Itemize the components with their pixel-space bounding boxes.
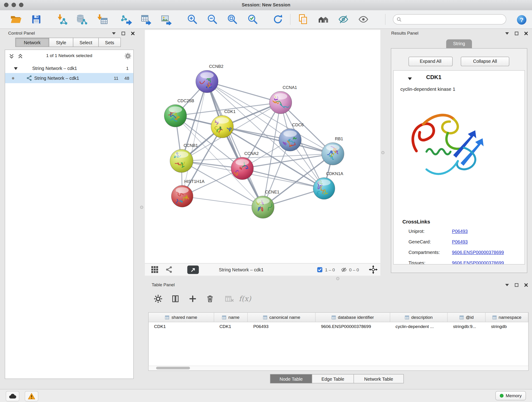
collapse-all-button[interactable]: Collapse All: [461, 57, 509, 66]
column-header-name[interactable]: name: [214, 313, 248, 322]
crosslink-value-link[interactable]: 9606.ENSP00000378699: [452, 247, 504, 258]
table-cell[interactable]: CDK1: [214, 322, 248, 331]
refresh-layout-button[interactable]: [272, 13, 284, 26]
close-panel-icon[interactable]: [130, 31, 135, 36]
column-header-namespace[interactable]: namespace: [486, 313, 528, 322]
clipboard-button[interactable]: [297, 13, 309, 26]
network-node-cdc6[interactable]: CDC6: [279, 122, 304, 151]
tab-node-table[interactable]: Node Table: [270, 374, 312, 383]
column-header-description[interactable]: description: [390, 313, 448, 322]
window-title: Session: New Session: [0, 0, 532, 10]
crosslink-value-link[interactable]: 9606.ENSP00000378699: [452, 258, 504, 264]
cloud-status-button[interactable]: [6, 391, 19, 401]
zoom-fit-button[interactable]: [226, 13, 239, 26]
import-network-from-database-button[interactable]: [76, 13, 88, 26]
help-button[interactable]: ?: [515, 13, 527, 26]
pan-crosshair-icon[interactable]: [369, 265, 378, 275]
collapse-gene-triangle-icon[interactable]: [408, 76, 412, 81]
collection-count: 1: [126, 66, 129, 71]
scrollbar-thumb[interactable]: [156, 367, 190, 370]
grid-view-icon[interactable]: [151, 266, 158, 274]
table-cell[interactable]: 9606.ENSP00000378699: [316, 322, 390, 331]
hidden-eye-slash-icon[interactable]: [340, 267, 347, 274]
expand-all-button[interactable]: Expand All: [409, 57, 453, 66]
warnings-button[interactable]: [25, 391, 38, 401]
table-cell[interactable]: stringdb:9...: [448, 322, 486, 331]
table-cell[interactable]: cyclin-dependent ...: [390, 322, 448, 331]
collapse-panel-icon[interactable]: [111, 31, 116, 36]
node-count: 11: [114, 76, 119, 81]
collapse-panel-icon[interactable]: [505, 283, 509, 287]
table-cell[interactable]: stringdb: [486, 322, 528, 331]
show-all-button[interactable]: [357, 13, 369, 26]
import-table-button[interactable]: [96, 13, 108, 26]
tab-edge-table[interactable]: Edge Table: [312, 374, 354, 383]
birdseye-view-icon[interactable]: [165, 266, 173, 274]
crosslink-value-link[interactable]: P06493: [452, 226, 468, 237]
hide-selected-button[interactable]: [337, 13, 349, 26]
zoom-in-button[interactable]: [186, 13, 198, 26]
column-icon: [405, 315, 409, 319]
column-header-canonical-name[interactable]: canonical name: [248, 313, 316, 322]
tab-sets[interactable]: Sets: [98, 38, 121, 47]
selected-nodes-checkbox[interactable]: [317, 267, 322, 272]
export-image-button[interactable]: [160, 13, 172, 26]
network-canvas[interactable]: CCNB2CCNA1CDC25BCDK1CDC6RB1CCNB1CCNA2CDK…: [145, 30, 380, 263]
open-in-new-window-button[interactable]: [187, 265, 199, 274]
network-node-ccna1[interactable]: CCNA1: [269, 85, 297, 114]
float-panel-icon[interactable]: [514, 31, 519, 36]
search-input[interactable]: [404, 17, 502, 22]
tab-network-table[interactable]: Network Table: [354, 374, 404, 383]
left-splitter-handle[interactable]: [140, 206, 143, 209]
column-header-shared-name[interactable]: shared name: [149, 313, 214, 322]
collection-expand-triangle-icon[interactable]: [14, 66, 18, 71]
tab-style[interactable]: Style: [49, 38, 73, 47]
delete-column-trash-icon[interactable]: [204, 293, 216, 305]
table-row[interactable]: CDK1CDK1P064939606.ENSP00000378699cyclin…: [149, 322, 528, 331]
tab-select[interactable]: Select: [73, 38, 99, 47]
horizontal-splitter-handle[interactable]: [336, 277, 339, 280]
network-node-hist1h1a[interactable]: HIST1H1A: [171, 179, 205, 207]
table-cell[interactable]: P06493: [248, 322, 316, 331]
table-cell[interactable]: CDK1: [149, 322, 214, 331]
edge-count: 48: [124, 76, 129, 81]
current-network-title: String Network – cdk1: [219, 264, 264, 276]
node-label: RB1: [335, 136, 343, 141]
tab-network[interactable]: Network: [15, 38, 49, 47]
zoom-selected-button[interactable]: [247, 13, 259, 26]
crosslink-row: Compartments:9606.ENSP00000378699: [394, 247, 525, 258]
export-table-button[interactable]: [140, 13, 152, 26]
table-settings-gear-icon[interactable]: [152, 293, 164, 305]
column-header-database-identifier[interactable]: database identifier: [316, 313, 390, 322]
network-collection-row[interactable]: String Network – cdk1 1: [5, 64, 133, 73]
network-edge[interactable]: [182, 196, 263, 207]
crosslink-row: Tissues:9606.ENSP00000378699: [394, 258, 525, 264]
close-panel-icon[interactable]: [524, 283, 528, 287]
tab-string[interactable]: String: [446, 39, 472, 48]
add-column-icon[interactable]: [186, 293, 199, 305]
float-panel-icon[interactable]: [514, 283, 519, 287]
right-splitter-handle[interactable]: [381, 151, 385, 154]
network-edge[interactable]: [207, 82, 263, 207]
crosslink-value-link[interactable]: P06493: [452, 237, 468, 247]
column-header--id[interactable]: @id: [448, 313, 486, 322]
collapse-panel-icon[interactable]: [505, 31, 509, 36]
save-session-button[interactable]: [30, 13, 42, 26]
network-node-cdk1[interactable]: CDK1: [211, 109, 235, 138]
open-session-button[interactable]: [10, 13, 22, 26]
home-button[interactable]: [317, 13, 329, 26]
show-columns-icon[interactable]: [169, 293, 181, 305]
export-network-button[interactable]: [120, 13, 132, 26]
float-panel-icon[interactable]: [121, 31, 126, 36]
network-options-gear-icon[interactable]: [124, 53, 131, 61]
network-row-selected[interactable]: String Network – cdk1 11 48: [5, 73, 133, 83]
crosslinks-title: CrossLinks: [402, 219, 430, 224]
network-node-cdc25b[interactable]: CDC25B: [164, 98, 194, 127]
zoom-out-button[interactable]: [206, 13, 218, 26]
memory-button[interactable]: Memory: [495, 391, 526, 400]
column-icon: [459, 315, 464, 319]
close-panel-icon[interactable]: [524, 31, 528, 36]
network-label: String Network – cdk1: [34, 76, 79, 81]
import-network-from-file-button[interactable]: [56, 13, 68, 26]
network-node-rb1[interactable]: RB1: [322, 136, 344, 165]
